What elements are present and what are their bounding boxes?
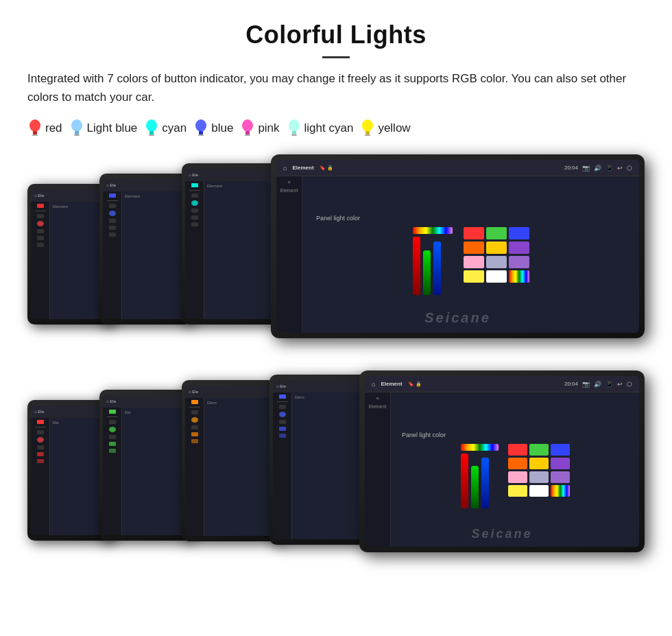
svg-point-9 bbox=[195, 119, 206, 132]
svg-rect-4 bbox=[75, 131, 79, 134]
device-6: ⌂ Ele Ele bbox=[99, 390, 192, 541]
color-item-lightblue: Light blue bbox=[69, 119, 138, 138]
device-2: ⌂ Ele Element bbox=[99, 174, 192, 325]
color-label-lightblue: Light blue bbox=[87, 121, 138, 135]
device-8: ⌂ Ele Elem bbox=[269, 375, 371, 545]
svg-rect-16 bbox=[292, 131, 296, 134]
title-divider bbox=[322, 56, 350, 58]
color-item-pink: pink bbox=[240, 119, 279, 138]
color-label-blue: blue bbox=[211, 121, 233, 135]
svg-rect-10 bbox=[199, 131, 203, 134]
color-label-red: red bbox=[45, 121, 62, 135]
svg-point-6 bbox=[146, 119, 157, 132]
svg-rect-19 bbox=[365, 131, 370, 134]
svg-rect-14 bbox=[245, 134, 250, 136]
color-item-lightcyan: light cyan bbox=[287, 119, 354, 138]
color-label-yellow: yellow bbox=[378, 121, 410, 135]
color-label-lightcyan: light cyan bbox=[304, 121, 354, 135]
svg-point-0 bbox=[29, 119, 40, 132]
cyan-bulb-icon bbox=[144, 119, 159, 138]
svg-rect-8 bbox=[149, 134, 154, 136]
device-9-main: ⌂ Element 🔖 🔒 20:04 📷 🔊 📱 ↩ ⬡ bbox=[359, 370, 645, 552]
page-title: Colorful Lights bbox=[27, 21, 645, 49]
svg-point-12 bbox=[242, 119, 253, 132]
devices-row-2: ⌂ Ele Ele bbox=[27, 369, 645, 568]
svg-point-3 bbox=[71, 119, 82, 132]
color-row: red Light blue cyan bbox=[27, 119, 645, 138]
page-container: Colorful Lights Integrated with 7 colors… bbox=[0, 0, 672, 596]
description-text: Integrated with 7 colors of button indic… bbox=[27, 69, 645, 106]
color-item-yellow: yellow bbox=[360, 119, 410, 138]
devices-row-1: ⌂ Ele Element bbox=[27, 153, 645, 349]
yellow-bulb-icon bbox=[360, 119, 375, 138]
blue-bulb-icon bbox=[193, 119, 208, 138]
device-3: ⌂ Ele Element bbox=[182, 163, 281, 325]
svg-rect-1 bbox=[33, 131, 37, 134]
svg-rect-11 bbox=[198, 134, 204, 136]
title-section: Colorful Lights bbox=[27, 21, 645, 58]
red-bulb-icon bbox=[27, 119, 43, 138]
svg-rect-20 bbox=[365, 134, 370, 136]
color-label-cyan: cyan bbox=[162, 121, 187, 135]
svg-point-15 bbox=[289, 119, 300, 132]
color-item-cyan: cyan bbox=[144, 119, 187, 138]
pink-bulb-icon bbox=[240, 119, 255, 138]
device-4-main: ⌂ Element 🔖 🔒 20:04 📷 🔊 📱 ↩ ⬡ bbox=[271, 154, 645, 338]
svg-rect-7 bbox=[149, 131, 154, 134]
lightcyan-bulb-icon bbox=[287, 119, 302, 138]
svg-rect-5 bbox=[74, 134, 80, 136]
color-label-pink: pink bbox=[258, 121, 279, 135]
lightblue-bulb-icon bbox=[69, 119, 84, 138]
panel-light-title: Panel light color bbox=[316, 215, 360, 222]
color-item-red: red bbox=[27, 119, 62, 138]
svg-rect-17 bbox=[291, 134, 297, 136]
svg-rect-13 bbox=[245, 131, 250, 134]
svg-point-18 bbox=[362, 119, 373, 132]
color-item-blue: blue bbox=[193, 119, 233, 138]
device-7: ⌂ Ele Elem bbox=[182, 380, 281, 541]
svg-rect-2 bbox=[32, 134, 38, 136]
